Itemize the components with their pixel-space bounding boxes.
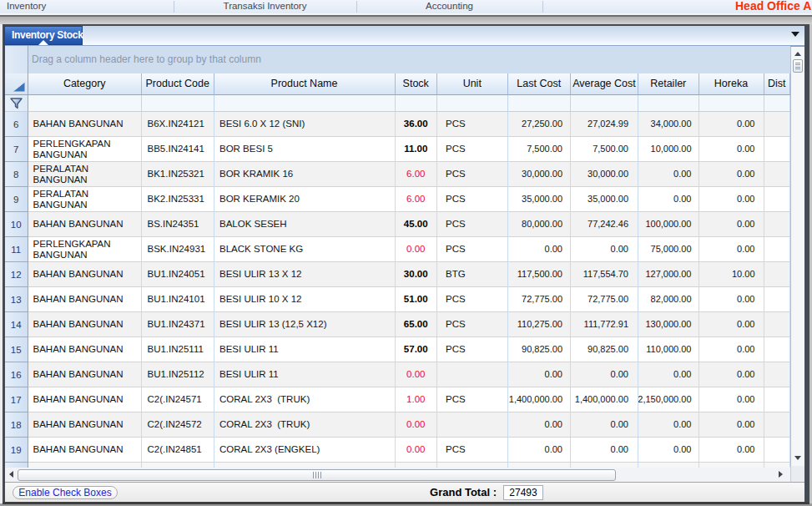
cell-average-cost[interactable]: 0.00 <box>571 438 638 463</box>
column-header-average-cost[interactable]: Average Cost <box>571 73 638 95</box>
cell-retailer[interactable]: 100,000.00 <box>638 212 699 237</box>
row-header-number[interactable]: 19 <box>5 438 28 463</box>
cell-name[interactable]: BESI ULIR 11 <box>214 337 396 362</box>
row-header-number[interactable]: 8 <box>5 162 28 187</box>
cell-average-cost[interactable]: 0.00 <box>571 237 638 262</box>
row-header-number[interactable]: 10 <box>5 212 28 237</box>
row-header-number[interactable]: 14 <box>5 312 28 337</box>
cell-last-cost[interactable]: 1,400,000.00 <box>508 387 572 412</box>
cell-unit[interactable]: PCS <box>437 187 508 212</box>
filter-row-indicator-cell[interactable] <box>5 95 28 113</box>
cell-stock[interactable]: 57.00 <box>396 337 438 362</box>
column-header-horeka[interactable]: Horeka <box>699 73 764 95</box>
cell-code[interactable]: BU1.IN24371 <box>142 312 214 337</box>
row-header-number[interactable]: 7 <box>5 137 28 162</box>
cell-horeka[interactable]: 0.00 <box>699 212 764 237</box>
cell-retailer[interactable]: 0.00 <box>638 162 699 187</box>
horizontal-scrollbar-thumb[interactable] <box>18 469 616 481</box>
cell-retailer[interactable]: 0.00 <box>638 187 699 212</box>
cell-category[interactable]: PERALATAN BANGUNAN <box>28 162 143 187</box>
column-header-last-cost[interactable]: Last Cost <box>508 73 572 95</box>
cell-average-cost[interactable]: 90,825.00 <box>571 337 638 362</box>
cell-horeka[interactable]: 0.00 <box>699 438 764 463</box>
cell-unit[interactable]: PCS <box>437 312 508 337</box>
cell-average-cost[interactable]: 35,000.00 <box>571 187 638 212</box>
cell-last-cost[interactable]: 117,500.00 <box>508 262 572 287</box>
cell-code[interactable]: C2(.IN24572 <box>142 412 214 438</box>
cell-last-cost[interactable]: 35,000.00 <box>508 187 572 212</box>
cell-code[interactable]: BU1.IN24101 <box>142 287 214 312</box>
cell-retailer[interactable]: 0.00 <box>638 362 699 387</box>
cell-dist[interactable] <box>764 287 791 312</box>
cell-name[interactable]: BESI 6.0 X 12 (SNI) <box>214 112 396 137</box>
cell-code[interactable]: BSK.IN24931 <box>142 237 214 262</box>
cell-dist[interactable] <box>764 187 791 212</box>
cell-dist[interactable] <box>764 337 791 362</box>
cell-horeka[interactable]: 0.00 <box>699 337 764 362</box>
cell-name[interactable]: BESI ULIR 13 X 12 <box>214 262 396 287</box>
cell-retailer[interactable]: 130,000.00 <box>638 312 699 337</box>
filter-cell-last-cost[interactable] <box>508 95 572 113</box>
row-header-number[interactable]: 17 <box>5 387 28 412</box>
row-header-number[interactable]: 15 <box>5 337 28 362</box>
cell-unit[interactable]: PCS <box>437 387 508 412</box>
cell-dist[interactable] <box>764 262 791 287</box>
cell-dist[interactable] <box>764 112 791 137</box>
column-header-code[interactable]: Product Code <box>142 73 214 95</box>
cell-category[interactable]: BAHAN BANGUNAN <box>28 387 143 412</box>
cell-dist[interactable] <box>764 362 791 387</box>
cell-stock[interactable]: 6.00 <box>396 187 438 212</box>
cell-last-cost[interactable]: 110,275.00 <box>508 312 572 337</box>
cell-code[interactable]: BU1.IN25111 <box>142 337 214 362</box>
cell-horeka[interactable]: 0.00 <box>699 412 764 438</box>
cell-average-cost[interactable]: 77,242.46 <box>571 212 638 237</box>
cell-unit[interactable] <box>437 412 508 438</box>
row-header-number[interactable]: 13 <box>5 287 28 312</box>
cell-retailer[interactable]: 0.00 <box>638 438 699 463</box>
cell-name[interactable]: BLACK STONE KG <box>214 237 396 262</box>
cell-dist[interactable] <box>764 412 791 438</box>
cell-average-cost[interactable]: 1,400,000.00 <box>571 387 638 412</box>
cell-last-cost[interactable]: 90,825.00 <box>508 337 572 362</box>
filter-cell-code[interactable] <box>142 95 214 113</box>
cell-horeka[interactable]: 0.00 <box>699 237 764 262</box>
cell-average-cost[interactable]: 0.00 <box>571 412 638 438</box>
row-header-number[interactable]: 11 <box>5 237 28 262</box>
cell-last-cost[interactable]: 0.00 <box>508 237 572 262</box>
cell-name[interactable]: BOR KRAMIK 16 <box>214 162 396 187</box>
cell-category[interactable]: BAHAN BANGUNAN <box>28 112 143 137</box>
column-header-dist[interactable]: Dist <box>764 73 791 95</box>
cell-average-cost[interactable]: 7,500.00 <box>571 137 638 162</box>
row-header-number[interactable]: 16 <box>5 362 28 387</box>
cell-name[interactable]: CORAL 2X3 (TRUK) <box>214 412 396 438</box>
enable-check-boxes-button[interactable]: Enable Check Boxes <box>13 486 118 500</box>
cell-stock[interactable]: 11.00 <box>396 137 438 162</box>
cell-name[interactable]: BOR BESI 5 <box>214 137 396 162</box>
cell-code[interactable]: BK1.IN25321 <box>142 162 214 187</box>
cell-category[interactable]: BAHAN BANGUNAN <box>28 312 143 337</box>
vertical-scrollbar[interactable] <box>790 47 804 466</box>
cell-last-cost[interactable]: 0.00 <box>508 412 572 438</box>
cell-category[interactable]: BAHAN BANGUNAN <box>28 262 143 287</box>
cell-category[interactable]: PERLENGKAPAN BANGUNAN <box>28 137 143 162</box>
cell-unit[interactable]: PCS <box>437 337 508 362</box>
cell-retailer[interactable]: 82,000.00 <box>638 287 699 312</box>
vertical-scrollbar-thumb[interactable] <box>793 59 803 73</box>
cell-unit[interactable]: PCS <box>437 438 508 463</box>
cell-stock[interactable]: 65.00 <box>396 312 438 337</box>
filter-cell-retailer[interactable] <box>638 95 699 113</box>
row-header-number[interactable]: 6 <box>5 112 28 137</box>
filter-funnel-icon[interactable] <box>10 98 23 109</box>
cell-retailer[interactable]: 34,000.00 <box>638 112 699 137</box>
cell-horeka[interactable]: 0.00 <box>699 387 764 412</box>
filter-cell-average-cost[interactable] <box>571 95 638 113</box>
cell-code[interactable]: BU1.IN24051 <box>142 262 214 287</box>
cell-horeka[interactable]: 0.00 <box>699 137 764 162</box>
cell-average-cost[interactable]: 72,775.00 <box>571 287 638 312</box>
cell-unit[interactable] <box>437 362 508 387</box>
cell-average-cost[interactable]: 0.00 <box>571 362 638 387</box>
cell-dist[interactable] <box>764 387 791 412</box>
cell-dist[interactable] <box>764 137 791 162</box>
cell-horeka[interactable]: 0.00 <box>699 287 764 312</box>
cell-retailer[interactable]: 110,000.00 <box>638 337 699 362</box>
